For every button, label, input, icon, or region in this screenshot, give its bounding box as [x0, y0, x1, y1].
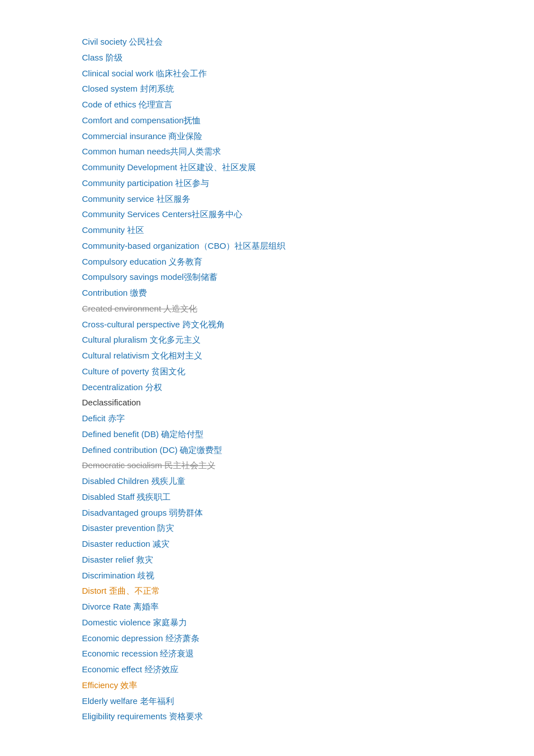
term-line: Contribution 缴费: [82, 285, 534, 301]
term-line: Community participation 社区参与: [82, 175, 534, 191]
term-list: Civil society 公民社会Class 阶级Clinical socia…: [82, 34, 534, 724]
term-line: Comfort and compensation抚恤: [82, 113, 534, 128]
term-line: Democratic socialism 民主社会主义: [82, 457, 534, 473]
term-line: Declassification: [82, 395, 534, 411]
term-line: Clinical social work 临床社会工作: [82, 66, 534, 81]
term-line: Compulsory savings model强制储蓄: [82, 269, 534, 285]
term-line: Commercial insurance 商业保险: [82, 128, 534, 144]
term-line: Disaster relief 救灾: [82, 552, 534, 568]
term-line: Community service 社区服务: [82, 191, 534, 207]
term-line: Distort 歪曲、不正常: [82, 583, 534, 599]
term-line: Cross-cultural perspective 跨文化视角: [82, 317, 534, 332]
term-line: Disadvantaged groups 弱势群体: [82, 505, 534, 521]
term-line: Culture of poverty 贫困文化: [82, 364, 534, 379]
term-line: Defined benefit (DB) 确定给付型: [82, 426, 534, 442]
term-line: Community Development 社区建设、社区发展: [82, 159, 534, 175]
term-line: Defined contribution (DC) 确定缴费型: [82, 442, 534, 458]
term-line: Cultural relativism 文化相对主义: [82, 348, 534, 364]
term-line: Class 阶级: [82, 50, 534, 66]
term-line: Domestic violence 家庭暴力: [82, 615, 534, 630]
term-line: Disabled Staff 残疾职工: [82, 489, 534, 505]
term-line: Eligibility requirements 资格要求: [82, 709, 534, 724]
term-line: Disabled Children 残疾儿童: [82, 473, 534, 489]
term-line: Created environment 人造文化: [82, 301, 534, 317]
term-line: Efficiency 效率: [82, 677, 534, 693]
term-line: Civil society 公民社会: [82, 34, 534, 50]
term-line: Divorce Rate 离婚率: [82, 599, 534, 615]
term-line: Disaster reduction 减灾: [82, 536, 534, 552]
term-line: Economic effect 经济效应: [82, 662, 534, 677]
term-line: Cultural pluralism 文化多元主义: [82, 332, 534, 348]
term-line: Common human needs共同人类需求: [82, 144, 534, 159]
term-line: Community 社区: [82, 222, 534, 238]
term-line: Code of ethics 伦理宣言: [82, 97, 534, 113]
term-line: Economic depression 经济萧条: [82, 630, 534, 646]
term-line: Closed system 封闭系统: [82, 81, 534, 97]
term-line: Elderly welfare 老年福利: [82, 693, 534, 709]
term-line: Economic recession 经济衰退: [82, 646, 534, 662]
term-line: Community-based organization（CBO）社区基层组织: [82, 238, 534, 254]
term-line: Deficit 赤字: [82, 411, 534, 426]
term-line: Decentralization 分权: [82, 379, 534, 395]
term-line: Community Services Centers社区服务中心: [82, 206, 534, 222]
term-line: Disaster prevention 防灾: [82, 520, 534, 536]
term-line: Compulsory education 义务教育: [82, 254, 534, 270]
term-line: Discrimination 歧视: [82, 568, 534, 584]
